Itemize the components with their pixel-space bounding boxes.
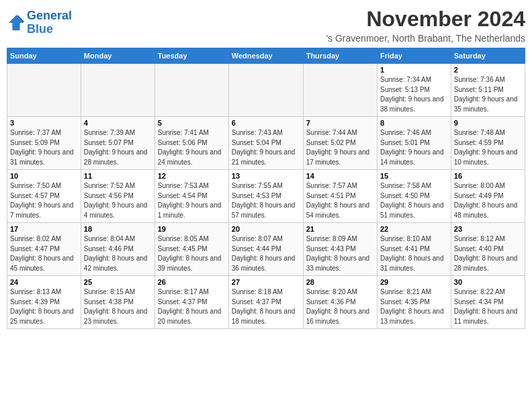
week-row-2: 3Sunrise: 7:37 AM Sunset: 5:09 PM Daylig…: [7, 117, 525, 170]
day-number: 9: [454, 119, 522, 127]
day-info: Sunrise: 8:09 AM Sunset: 4:43 PM Dayligh…: [306, 234, 374, 273]
day-cell: [81, 64, 154, 117]
day-number: 19: [158, 225, 226, 233]
svg-marker-0: [9, 15, 24, 30]
week-row-1: 1Sunrise: 7:34 AM Sunset: 5:13 PM Daylig…: [7, 64, 525, 117]
location-title: 's Gravenmoer, North Brabant, The Nether…: [326, 33, 525, 44]
day-info: Sunrise: 8:04 AM Sunset: 4:46 PM Dayligh…: [84, 234, 152, 273]
day-cell: 6Sunrise: 7:43 AM Sunset: 5:04 PM Daylig…: [228, 117, 303, 170]
header: General Blue November 2024 's Gravenmoer…: [7, 7, 525, 44]
day-number: 24: [10, 278, 78, 286]
day-info: Sunrise: 8:15 AM Sunset: 4:38 PM Dayligh…: [84, 287, 152, 326]
day-info: Sunrise: 8:21 AM Sunset: 4:35 PM Dayligh…: [380, 287, 448, 326]
day-number: 2: [454, 66, 522, 74]
day-cell: 21Sunrise: 8:09 AM Sunset: 4:43 PM Dayli…: [303, 223, 377, 276]
weekday-header-saturday: Saturday: [451, 48, 525, 64]
day-info: Sunrise: 7:53 AM Sunset: 4:54 PM Dayligh…: [158, 181, 226, 220]
weekday-header-tuesday: Tuesday: [154, 48, 228, 64]
day-info: Sunrise: 7:43 AM Sunset: 5:04 PM Dayligh…: [232, 128, 300, 167]
day-cell: 11Sunrise: 7:52 AM Sunset: 4:56 PM Dayli…: [81, 170, 154, 223]
day-info: Sunrise: 8:12 AM Sunset: 4:40 PM Dayligh…: [454, 234, 522, 273]
weekday-header-friday: Friday: [377, 48, 451, 64]
day-number: 18: [84, 225, 152, 233]
day-number: 1: [380, 66, 448, 74]
day-cell: 18Sunrise: 8:04 AM Sunset: 4:46 PM Dayli…: [81, 223, 154, 276]
day-cell: 27Sunrise: 8:18 AM Sunset: 4:37 PM Dayli…: [228, 276, 303, 329]
day-cell: [154, 64, 228, 117]
day-info: Sunrise: 8:20 AM Sunset: 4:36 PM Dayligh…: [306, 287, 374, 326]
page-container: General Blue November 2024 's Gravenmoer…: [7, 7, 525, 329]
day-info: Sunrise: 7:44 AM Sunset: 5:02 PM Dayligh…: [306, 128, 374, 167]
day-cell: [303, 64, 377, 117]
weekday-header-wednesday: Wednesday: [228, 48, 303, 64]
weekday-header-monday: Monday: [81, 48, 154, 64]
day-number: 5: [158, 119, 226, 127]
day-info: Sunrise: 8:10 AM Sunset: 4:41 PM Dayligh…: [380, 234, 448, 273]
day-info: Sunrise: 7:37 AM Sunset: 5:09 PM Dayligh…: [10, 128, 78, 167]
day-cell: 4Sunrise: 7:39 AM Sunset: 5:07 PM Daylig…: [81, 117, 154, 170]
day-info: Sunrise: 8:05 AM Sunset: 4:45 PM Dayligh…: [158, 234, 226, 273]
day-number: 14: [306, 172, 374, 180]
day-info: Sunrise: 8:13 AM Sunset: 4:39 PM Dayligh…: [10, 287, 78, 326]
day-info: Sunrise: 8:00 AM Sunset: 4:49 PM Dayligh…: [454, 181, 522, 220]
week-row-4: 17Sunrise: 8:02 AM Sunset: 4:47 PM Dayli…: [7, 223, 525, 276]
day-info: Sunrise: 7:58 AM Sunset: 4:50 PM Dayligh…: [380, 181, 448, 220]
day-info: Sunrise: 8:17 AM Sunset: 4:37 PM Dayligh…: [158, 287, 226, 326]
day-info: Sunrise: 7:46 AM Sunset: 5:01 PM Dayligh…: [380, 128, 448, 167]
month-title: November 2024: [326, 7, 525, 32]
day-number: 16: [454, 172, 522, 180]
day-cell: 9Sunrise: 7:48 AM Sunset: 4:59 PM Daylig…: [451, 117, 525, 170]
day-number: 13: [232, 172, 300, 180]
day-number: 7: [306, 119, 374, 127]
day-cell: 3Sunrise: 7:37 AM Sunset: 5:09 PM Daylig…: [7, 117, 81, 170]
day-cell: [228, 64, 303, 117]
day-cell: 7Sunrise: 7:44 AM Sunset: 5:02 PM Daylig…: [303, 117, 377, 170]
day-cell: 14Sunrise: 7:57 AM Sunset: 4:51 PM Dayli…: [303, 170, 377, 223]
day-cell: 20Sunrise: 8:07 AM Sunset: 4:44 PM Dayli…: [228, 223, 303, 276]
day-cell: 1Sunrise: 7:34 AM Sunset: 5:13 PM Daylig…: [377, 64, 451, 117]
day-cell: 30Sunrise: 8:22 AM Sunset: 4:34 PM Dayli…: [451, 276, 525, 329]
day-info: Sunrise: 7:36 AM Sunset: 5:11 PM Dayligh…: [454, 75, 522, 114]
day-info: Sunrise: 7:34 AM Sunset: 5:13 PM Dayligh…: [380, 75, 448, 114]
weekday-header-thursday: Thursday: [303, 48, 377, 64]
day-number: 21: [306, 225, 374, 233]
week-row-3: 10Sunrise: 7:50 AM Sunset: 4:57 PM Dayli…: [7, 170, 525, 223]
day-cell: 10Sunrise: 7:50 AM Sunset: 4:57 PM Dayli…: [7, 170, 81, 223]
title-section: November 2024 's Gravenmoer, North Braba…: [326, 7, 525, 44]
day-number: 29: [380, 278, 448, 286]
day-number: 11: [84, 172, 152, 180]
day-info: Sunrise: 7:41 AM Sunset: 5:06 PM Dayligh…: [158, 128, 226, 167]
day-cell: 2Sunrise: 7:36 AM Sunset: 5:11 PM Daylig…: [451, 64, 525, 117]
day-cell: 13Sunrise: 7:55 AM Sunset: 4:53 PM Dayli…: [228, 170, 303, 223]
day-number: 15: [380, 172, 448, 180]
day-cell: 5Sunrise: 7:41 AM Sunset: 5:06 PM Daylig…: [154, 117, 228, 170]
day-info: Sunrise: 7:39 AM Sunset: 5:07 PM Dayligh…: [84, 128, 152, 167]
day-number: 27: [232, 278, 300, 286]
weekday-header-row: SundayMondayTuesdayWednesdayThursdayFrid…: [7, 48, 525, 64]
day-number: 23: [454, 225, 522, 233]
day-info: Sunrise: 8:18 AM Sunset: 4:37 PM Dayligh…: [232, 287, 300, 326]
day-number: 10: [10, 172, 78, 180]
day-info: Sunrise: 8:07 AM Sunset: 4:44 PM Dayligh…: [232, 234, 300, 273]
day-cell: 29Sunrise: 8:21 AM Sunset: 4:35 PM Dayli…: [377, 276, 451, 329]
day-info: Sunrise: 8:02 AM Sunset: 4:47 PM Dayligh…: [10, 234, 78, 273]
day-info: Sunrise: 7:55 AM Sunset: 4:53 PM Dayligh…: [232, 181, 300, 220]
day-number: 26: [158, 278, 226, 286]
day-number: 25: [84, 278, 152, 286]
day-cell: 24Sunrise: 8:13 AM Sunset: 4:39 PM Dayli…: [7, 276, 81, 329]
week-row-5: 24Sunrise: 8:13 AM Sunset: 4:39 PM Dayli…: [7, 276, 525, 329]
day-info: Sunrise: 8:22 AM Sunset: 4:34 PM Dayligh…: [454, 287, 522, 326]
day-number: 22: [380, 225, 448, 233]
day-number: 30: [454, 278, 522, 286]
day-cell: 22Sunrise: 8:10 AM Sunset: 4:41 PM Dayli…: [377, 223, 451, 276]
day-cell: 23Sunrise: 8:12 AM Sunset: 4:40 PM Dayli…: [451, 223, 525, 276]
day-cell: 26Sunrise: 8:17 AM Sunset: 4:37 PM Dayli…: [154, 276, 228, 329]
day-number: 8: [380, 119, 448, 127]
day-cell: 25Sunrise: 8:15 AM Sunset: 4:38 PM Dayli…: [81, 276, 154, 329]
logo-icon: [7, 13, 26, 32]
day-number: 20: [232, 225, 300, 233]
weekday-header-sunday: Sunday: [7, 48, 81, 64]
day-cell: 19Sunrise: 8:05 AM Sunset: 4:45 PM Dayli…: [154, 223, 228, 276]
calendar-table: SundayMondayTuesdayWednesdayThursdayFrid…: [7, 48, 525, 329]
day-cell: 15Sunrise: 7:58 AM Sunset: 4:50 PM Dayli…: [377, 170, 451, 223]
